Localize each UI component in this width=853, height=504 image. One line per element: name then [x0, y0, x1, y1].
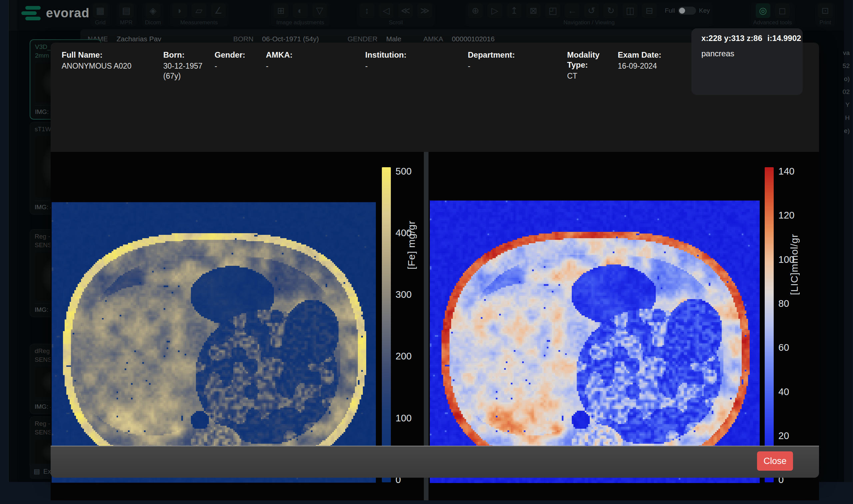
field-full-name: Full Name:ANONYMOUS A020	[61, 50, 131, 71]
fe-colorbar: 500 400 300 200 100 0 [Fe] mg/gr	[382, 167, 425, 482]
field-modality-type: Modality Type:CT	[567, 50, 604, 81]
cursor-readout-panel: x:228 y:313 z:86 i:14.9902 pancreas	[691, 28, 803, 95]
cursor-region-label: pancreas	[701, 49, 734, 58]
screen: evorad ▦ Grid ▤ MPR ◈ Dicom ◗	[0, 0, 853, 504]
close-button[interactable]: Close	[757, 451, 793, 471]
field-gender: Gender:-	[215, 50, 245, 71]
cursor-intensity: i:14.9902	[767, 34, 801, 43]
modal-footer: Close	[51, 446, 819, 478]
field-institution: Institution:-	[365, 50, 407, 71]
lic-colorbar-gradient	[765, 167, 774, 482]
comparison-modal: Full Name:ANONYMOUS A020 Born:30-12-1957…	[51, 43, 819, 478]
field-born: Born:30-12-1957 (67y)	[163, 50, 207, 81]
field-amka: AMKA:-	[266, 50, 292, 71]
fe-map-image[interactable]	[52, 202, 376, 483]
field-exam-date: Exam Date:16-09-2024	[618, 50, 661, 71]
lic-map-image[interactable]	[430, 200, 760, 483]
lic-axis-label: [LIC]mmol/gr	[789, 234, 800, 295]
fe-colorbar-gradient	[382, 167, 391, 482]
field-department: Department:-	[468, 50, 515, 71]
cursor-coordinates: x:228 y:313 z:86	[701, 34, 762, 43]
fe-axis-label: [Fe] mg/gr	[406, 220, 417, 269]
lic-colorbar: 140 120 100 80 60 40 20 0 [LIC]mmol/gr	[765, 167, 808, 482]
